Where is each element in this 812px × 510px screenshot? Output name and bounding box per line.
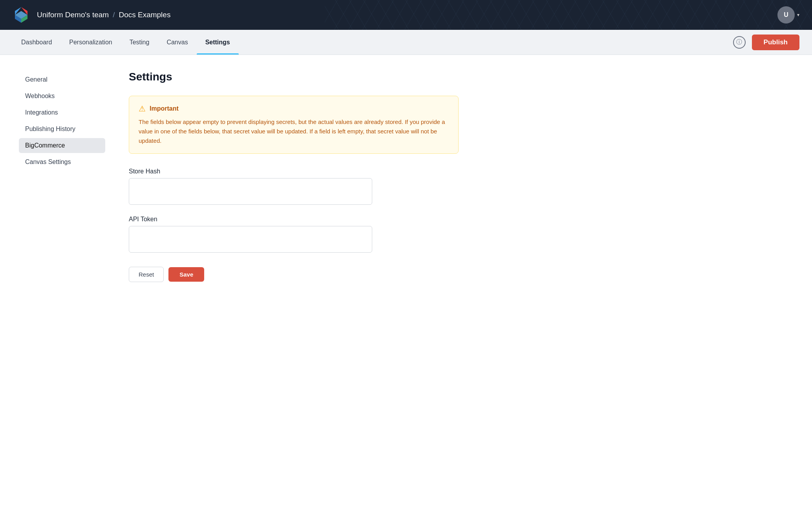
button-row: Reset Save bbox=[129, 267, 459, 282]
sidebar-item-webhooks[interactable]: Webhooks bbox=[19, 89, 105, 104]
settings-section: Settings ⚠ Important The fields below ap… bbox=[105, 71, 459, 494]
tab-settings[interactable]: Settings bbox=[197, 30, 239, 55]
alert-body: The fields below appear empty to prevent… bbox=[139, 117, 449, 146]
tab-dashboard[interactable]: Dashboard bbox=[13, 30, 60, 55]
sidebar-item-integrations[interactable]: Integrations bbox=[19, 105, 105, 120]
tab-testing[interactable]: Testing bbox=[121, 30, 158, 55]
alert-title: Important bbox=[150, 105, 179, 112]
avatar-caret-icon: ▾ bbox=[797, 12, 799, 18]
info-icon[interactable]: ⓘ bbox=[733, 36, 746, 49]
top-header: Uniform Demo's team / Docs Examples U ▾ bbox=[0, 0, 812, 30]
store-hash-field-group: Store Hash bbox=[129, 168, 459, 205]
breadcrumb-separator: / bbox=[113, 11, 115, 19]
reset-button[interactable]: Reset bbox=[129, 267, 164, 282]
sidebar: General Webhooks Integrations Publishing… bbox=[19, 71, 105, 494]
save-button[interactable]: Save bbox=[168, 267, 204, 282]
important-alert: ⚠ Important The fields below appear empt… bbox=[129, 96, 459, 154]
warning-icon: ⚠ bbox=[139, 104, 146, 113]
user-avatar[interactable]: U bbox=[777, 6, 795, 24]
app-logo bbox=[13, 6, 30, 24]
sidebar-item-general[interactable]: General bbox=[19, 72, 105, 87]
nav-actions: ⓘ Publish bbox=[733, 35, 799, 50]
main-content: General Webhooks Integrations Publishing… bbox=[0, 55, 812, 510]
nav-bar: Dashboard Personalization Testing Canvas… bbox=[0, 30, 812, 55]
api-token-label: API Token bbox=[129, 216, 459, 223]
publish-button[interactable]: Publish bbox=[752, 35, 799, 50]
sidebar-item-bigcommerce[interactable]: BigCommerce bbox=[19, 138, 105, 153]
sidebar-item-publishing-history[interactable]: Publishing History bbox=[19, 122, 105, 137]
breadcrumb: Uniform Demo's team / Docs Examples bbox=[37, 11, 170, 19]
project-name: Docs Examples bbox=[119, 11, 170, 19]
alert-header: ⚠ Important bbox=[139, 104, 449, 113]
tab-personalization[interactable]: Personalization bbox=[60, 30, 121, 55]
sidebar-item-canvas-settings[interactable]: Canvas Settings bbox=[19, 155, 105, 169]
team-name: Uniform Demo's team bbox=[37, 11, 109, 19]
api-token-input[interactable] bbox=[129, 226, 372, 253]
nav-tabs: Dashboard Personalization Testing Canvas… bbox=[13, 30, 733, 55]
tab-canvas[interactable]: Canvas bbox=[158, 30, 196, 55]
page-title: Settings bbox=[129, 71, 459, 83]
store-hash-label: Store Hash bbox=[129, 168, 459, 175]
store-hash-input[interactable] bbox=[129, 178, 372, 205]
api-token-field-group: API Token bbox=[129, 216, 459, 253]
